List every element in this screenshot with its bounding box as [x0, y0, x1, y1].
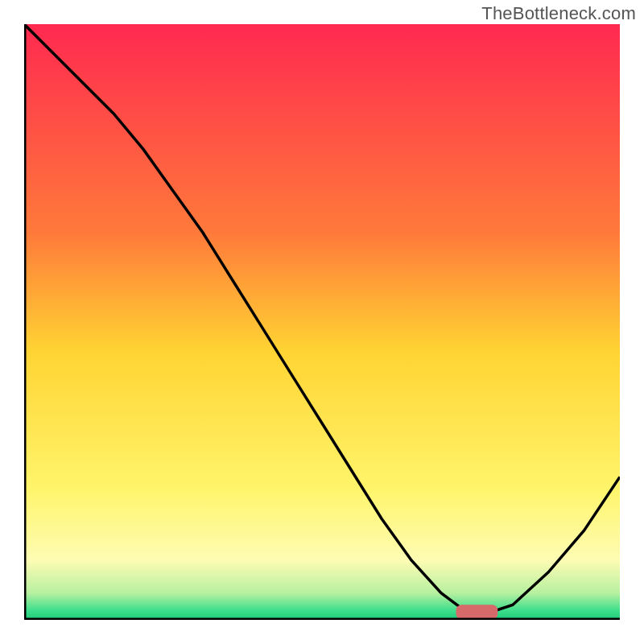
chart-container: TheBottleneck.com — [0, 0, 644, 644]
highlight-marker — [456, 605, 498, 620]
chart-svg — [24, 24, 620, 620]
watermark-text: TheBottleneck.com — [481, 3, 636, 24]
